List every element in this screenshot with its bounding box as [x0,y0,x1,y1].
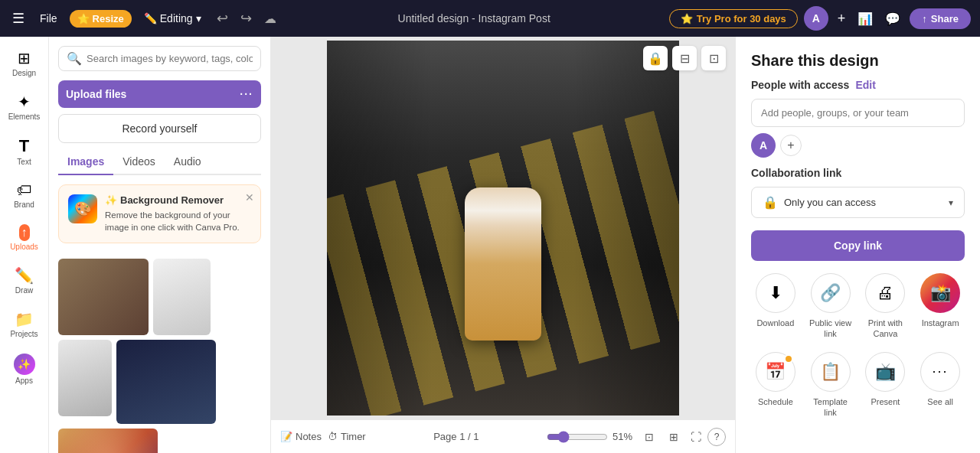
expand-button[interactable]: ⊡ [701,46,726,70]
template-icon: 📋 [811,352,851,392]
sidebar-item-elements[interactable]: ✦ Elements [3,86,46,127]
template-link-action[interactable]: 📋 Template link [806,352,855,419]
upload-files-button[interactable]: Upload files ··· [58,80,261,108]
redo-button[interactable]: ↪ [237,7,255,30]
access-text: Only you can access [784,197,942,208]
share-panel-title: Share this design [736,37,980,79]
sidebar-item-design[interactable]: ⊞ Design [3,43,46,83]
editing-mode[interactable]: ✏️ Editing ▾ [138,9,207,28]
left-panel: 🔍 Upload files ··· Record yourself Image… [49,37,271,453]
sidebar-item-draw[interactable]: ✏️ Draw [3,260,46,301]
duplicate-button[interactable]: ⊟ [672,46,697,70]
schedule-action[interactable]: 📅 Schedule [751,352,800,419]
collaboration-section: Collaboration link 🔒 Only you can access… [736,167,980,227]
sidebar-item-uploads[interactable]: ↑ Uploads [3,218,46,257]
single-view-button[interactable]: ⊡ [639,426,660,448]
canvas-toolbar: 🔒 ⊟ ⊡ [643,46,726,70]
present-icon: 📺 [865,352,905,392]
instagram-action[interactable]: 📸 Instagram [916,273,965,340]
present-action[interactable]: 📺 Present [861,352,910,419]
promo-description: Remove the background of your image in o… [105,209,251,233]
share-panel: Share this design People with access Edi… [735,37,980,453]
download-icon: ⬇ [756,273,795,313]
help-button[interactable]: ? [707,428,726,446]
people-section: People with access Edit A + [736,79,980,167]
image-grid [49,253,270,453]
image-item[interactable] [153,259,211,335]
zoom-control: 51% [547,431,632,443]
tab-audio[interactable]: Audio [165,149,211,174]
chevron-down-icon: ▾ [949,197,953,208]
promo-close-button[interactable]: ✕ [245,191,254,204]
lock-button[interactable]: 🔒 [643,46,668,70]
timer-button[interactable]: ⏱ Timer [328,431,366,442]
access-dropdown[interactable]: 🔒 Only you can access ▾ [751,187,965,218]
record-yourself-button[interactable]: Record yourself [58,114,261,143]
notification-dot [784,354,793,363]
promo-banner: 🎨 ✨ Background Remover Remove the backgr… [58,184,261,243]
add-person-button[interactable]: + [780,135,802,156]
icon-sidebar: ⊞ Design ✦ Elements T Text 🏷 Brand ↑ Upl… [0,37,49,453]
download-action[interactable]: ⬇ Download [751,273,800,340]
undo-button[interactable]: ↩ [214,7,231,30]
tab-videos[interactable]: Videos [113,149,165,174]
print-icon: 🖨 [865,273,905,313]
avatar-row: A + [751,133,965,158]
share-button[interactable]: ↑ Share [910,8,971,29]
grid-view-button[interactable]: ⊞ [663,426,684,448]
copy-link-button[interactable]: Copy link [751,230,965,261]
tab-images[interactable]: Images [58,149,113,174]
people-section-title: People with access Edit [751,79,965,91]
more-icon: ··· [920,352,960,392]
try-pro-button[interactable]: ⭐ Try Pro for 30 days [669,9,798,28]
file-menu[interactable]: File [34,9,64,28]
page-indicator: Page 1 / 1 [372,431,541,442]
search-icon: 🔍 [67,51,82,66]
print-action[interactable]: 🖨 Print with Canva [861,273,910,340]
main-layout: ⊞ Design ✦ Elements T Text 🏷 Brand ↑ Upl… [0,37,980,453]
design-title: Untitled design - Instagram Post [286,12,663,24]
topbar: ☰ File ⭐ Resize ✏️ Editing ▾ ↩ ↪ ☁ Untit… [0,0,980,37]
resize-button[interactable]: ⭐ Resize [70,10,132,28]
cloud-save-icon: ☁ [261,8,279,29]
fullscreen-button[interactable]: ⛶ [691,431,701,443]
link-icon: 🔗 [811,273,851,313]
see-all-action[interactable]: ··· See all [916,352,965,419]
sidebar-item-projects[interactable]: 📁 Projects [3,304,46,344]
canvas-image[interactable] [327,41,679,416]
avatar[interactable]: A [804,6,828,31]
sidebar-item-apps[interactable]: ✨ Apps [3,347,46,391]
share-actions-row1: ⬇ Download 🔗 Public view link 🖨 Print wi… [736,273,980,352]
instagram-icon: 📸 [920,273,960,313]
share-actions-row2: 📅 Schedule 📋 Template link 📺 Present ···… [736,352,980,431]
menu-icon[interactable]: ☰ [9,7,28,30]
image-item[interactable] [58,429,158,453]
edit-access-link[interactable]: Edit [855,79,875,91]
search-input[interactable] [87,53,253,64]
notes-button[interactable]: 📝 Notes [280,431,322,442]
search-wrap[interactable]: 🔍 [58,46,261,71]
canvas-wrapper [271,37,735,419]
image-item[interactable] [116,340,216,424]
analytics-icon[interactable]: 📊 [854,8,876,29]
collab-title: Collaboration link [751,167,965,179]
zoom-percent: 51% [612,431,632,442]
image-item[interactable] [58,259,149,335]
media-tabs: Images Videos Audio [58,149,261,175]
promo-title: ✨ Background Remover [105,194,251,206]
public-view-link-action[interactable]: 🔗 Public view link [806,273,855,340]
user-avatar: A [751,133,776,158]
people-input[interactable] [751,99,965,127]
sidebar-item-brand[interactable]: 🏷 Brand [3,175,46,215]
image-item[interactable] [58,340,112,416]
lock-icon: 🔒 [763,195,778,210]
sidebar-item-text[interactable]: T Text [3,130,46,172]
upload-dots[interactable]: ··· [240,88,253,100]
view-toggle: ⊡ ⊞ [639,426,684,448]
add-team-button[interactable]: + [835,8,849,30]
notes-icon: 📝 [280,431,292,442]
zoom-slider[interactable] [547,431,608,443]
timer-icon: ⏱ [328,431,338,442]
bottom-bar: 📝 Notes ⏱ Timer Page 1 / 1 51% ⊡ ⊞ ⛶ ? [271,419,735,453]
comments-icon[interactable]: 💬 [882,8,903,29]
